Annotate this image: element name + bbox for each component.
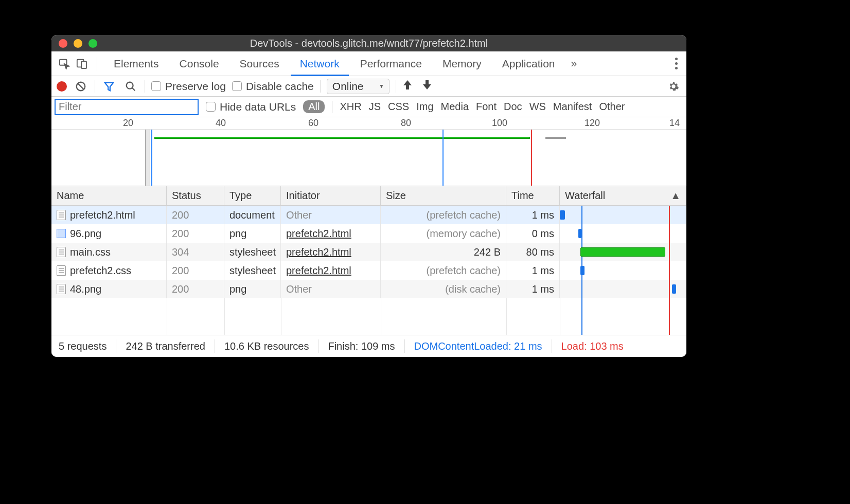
tab-network[interactable]: Network (291, 51, 349, 76)
overview-load-marker (531, 130, 532, 186)
col-size[interactable]: Size (381, 186, 506, 205)
download-har-icon[interactable] (422, 79, 432, 94)
filter-type-img[interactable]: Img (416, 101, 433, 113)
clear-icon[interactable] (73, 79, 88, 94)
minimize-window-button[interactable] (74, 39, 82, 48)
document-file-icon (57, 247, 66, 257)
overview-track[interactable] (51, 130, 686, 186)
request-time: 80 ms (506, 243, 560, 261)
filter-type-js[interactable]: JS (369, 101, 381, 113)
svg-point-4 (127, 82, 133, 88)
filter-bar: Hide data URLs All XHR JS CSS Img Media … (51, 97, 686, 117)
request-status: 304 (167, 243, 224, 261)
record-button[interactable] (57, 81, 67, 92)
close-window-button[interactable] (59, 39, 67, 48)
table-empty-region (51, 298, 686, 335)
table-row[interactable]: prefetch2.html200documentOther(prefetch … (51, 206, 686, 224)
filter-type-all[interactable]: All (303, 100, 325, 113)
tab-memory[interactable]: Memory (433, 51, 491, 76)
request-size: (prefetch cache) (381, 261, 506, 280)
tab-performance[interactable]: Performance (351, 51, 431, 76)
request-waterfall (560, 224, 686, 243)
filter-type-doc[interactable]: Doc (504, 101, 522, 113)
request-size: (memory cache) (381, 224, 506, 243)
request-type: png (224, 224, 281, 243)
tab-sources[interactable]: Sources (231, 51, 289, 76)
request-table-header: Name Status Type Initiator Size Time Wat… (51, 186, 686, 206)
overview-start-marker (151, 130, 152, 186)
table-row[interactable]: main.css304stylesheetprefetch2.html242 B… (51, 243, 686, 261)
request-time: 1 ms (506, 280, 560, 298)
throttling-select[interactable]: Online▼ (327, 79, 390, 94)
request-status: 200 (167, 224, 224, 243)
sort-indicator-icon: ▲ (670, 190, 681, 202)
document-file-icon (57, 284, 66, 294)
svg-rect-2 (81, 61, 86, 68)
status-bar: 5 requests 242 B transferred 10.6 KB res… (51, 335, 686, 357)
request-waterfall (560, 243, 686, 261)
overview-timeline[interactable]: 20 ms 40 ms 60 ms 80 ms 100 ms 120 ms 14 (51, 117, 686, 186)
status-dcl: DOMContentLoaded: 21 ms (414, 340, 542, 352)
request-type: stylesheet (224, 243, 281, 261)
disable-cache-checkbox[interactable]: Disable cache (232, 80, 314, 93)
request-initiator[interactable]: prefetch2.html (286, 265, 351, 277)
filter-type-media[interactable]: Media (441, 101, 469, 113)
overview-dcl-marker (442, 130, 444, 186)
col-status[interactable]: Status (167, 186, 224, 205)
devtools-window: DevTools - devtools.glitch.me/wndt77/pre… (51, 35, 686, 357)
request-name: 96.png (70, 228, 101, 240)
col-type[interactable]: Type (224, 186, 281, 205)
status-transferred: 242 B transferred (126, 340, 205, 352)
preserve-log-checkbox[interactable]: Preserve log (151, 80, 226, 93)
hide-data-urls-checkbox[interactable]: Hide data URLs (206, 101, 296, 113)
tab-application[interactable]: Application (493, 51, 564, 76)
kebab-menu-icon[interactable] (671, 56, 681, 71)
request-name: main.css (70, 246, 111, 258)
col-initiator[interactable]: Initiator (281, 186, 381, 205)
col-time[interactable]: Time (506, 186, 560, 205)
search-icon[interactable] (123, 79, 138, 94)
col-waterfall[interactable]: Waterfall ▲ (560, 186, 686, 205)
panel-tabs: Elements Console Sources Network Perform… (51, 51, 686, 76)
settings-gear-icon[interactable] (666, 79, 681, 94)
window-title: DevTools - devtools.glitch.me/wndt77/pre… (51, 38, 686, 49)
tab-console[interactable]: Console (170, 51, 228, 76)
request-type: png (224, 280, 281, 298)
request-size: 242 B (381, 243, 506, 261)
filter-type-xhr[interactable]: XHR (340, 101, 361, 113)
tab-elements[interactable]: Elements (104, 51, 168, 76)
filter-input[interactable] (55, 99, 199, 115)
titlebar: DevTools - devtools.glitch.me/wndt77/pre… (51, 35, 686, 51)
upload-har-icon[interactable] (402, 79, 413, 94)
table-row[interactable]: prefetch2.css200stylesheetprefetch2.html… (51, 261, 686, 280)
request-initiator[interactable]: prefetch2.html (286, 246, 351, 258)
document-file-icon (57, 210, 66, 220)
status-finish: Finish: 109 ms (328, 340, 395, 352)
request-time: 0 ms (506, 224, 560, 243)
filter-icon[interactable] (101, 79, 117, 94)
overview-activity (154, 137, 530, 139)
request-time: 1 ms (506, 261, 560, 280)
filter-type-other[interactable]: Other (599, 101, 625, 113)
filter-type-css[interactable]: CSS (388, 101, 409, 113)
network-toolbar: Preserve log Disable cache Online▼ (51, 76, 686, 97)
inspect-element-icon[interactable] (57, 56, 72, 71)
zoom-window-button[interactable] (88, 39, 97, 48)
table-row[interactable]: 48.png200pngOther(disk cache)1 ms (51, 280, 686, 298)
request-initiator: Other (286, 283, 312, 295)
col-name[interactable]: Name (51, 186, 167, 205)
overview-handle-left[interactable] (145, 130, 150, 186)
tabs-overflow-icon[interactable]: » (566, 57, 581, 70)
request-waterfall (560, 280, 686, 298)
filter-type-ws[interactable]: WS (529, 101, 546, 113)
filter-type-manifest[interactable]: Manifest (553, 101, 592, 113)
request-status: 200 (167, 280, 224, 298)
device-toolbar-icon[interactable] (74, 56, 90, 71)
filter-type-font[interactable]: Font (476, 101, 497, 113)
request-type: document (224, 206, 281, 224)
request-type: stylesheet (224, 261, 281, 280)
document-file-icon (57, 265, 66, 276)
request-initiator[interactable]: prefetch2.html (286, 228, 351, 240)
table-row[interactable]: 96.png200pngprefetch2.html(memory cache)… (51, 224, 686, 243)
overview-extra-bar (545, 137, 566, 139)
